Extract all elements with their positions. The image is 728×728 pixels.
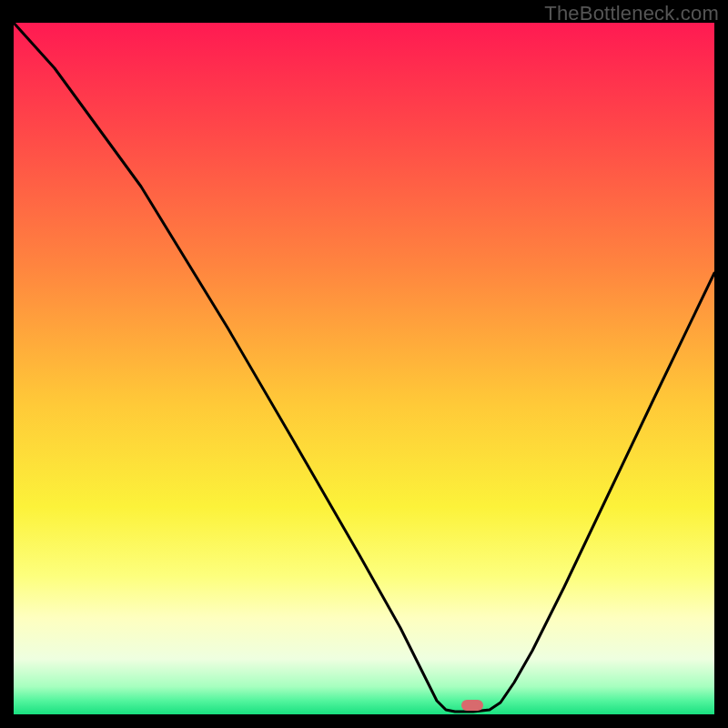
chart-frame (14, 23, 714, 714)
stage: TheBottleneck.com (0, 0, 728, 728)
valley-marker (461, 700, 483, 711)
chart-svg (14, 23, 714, 714)
gradient-rect (14, 23, 714, 714)
watermark-text: TheBottleneck.com (544, 2, 719, 25)
